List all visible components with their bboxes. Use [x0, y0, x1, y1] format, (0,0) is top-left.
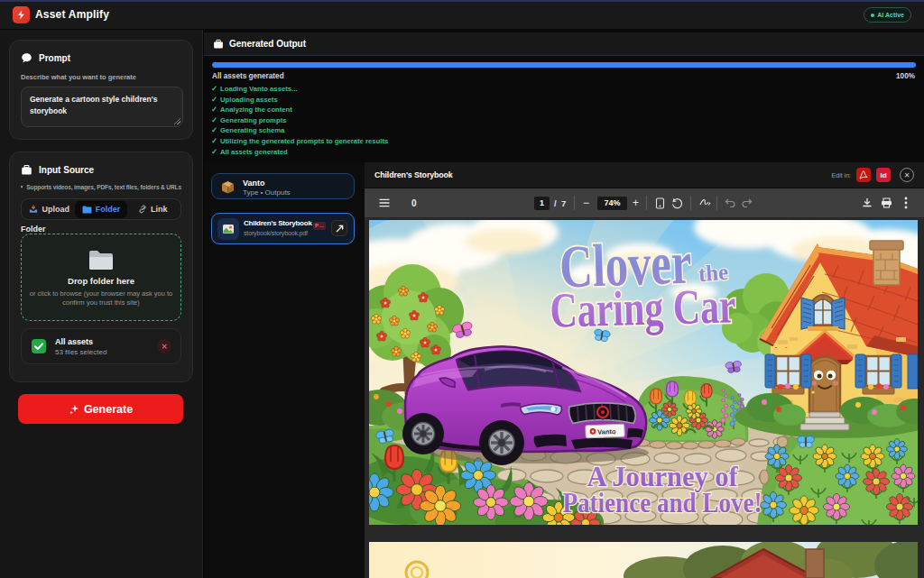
svg-text:Vanto: Vanto [597, 427, 616, 436]
svg-text:Caring Car: Caring Car [550, 278, 737, 337]
svg-text:Patience and Love!: Patience and Love! [563, 487, 762, 518]
